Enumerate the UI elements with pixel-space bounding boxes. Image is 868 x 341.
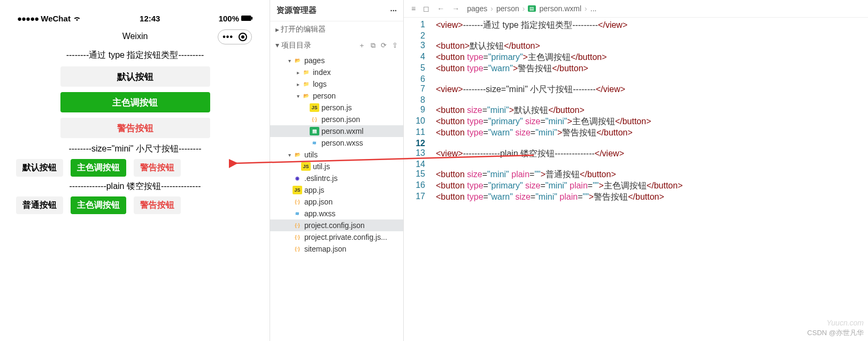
breadcrumb-segment[interactable]: pages — [467, 4, 487, 13]
tree-node-label: person — [313, 92, 336, 100]
editor-panel: ≡ ◻ ← → pages›person›▤person.wxml›... 1<… — [404, 0, 868, 341]
collapse-icon[interactable]: ⇧ — [392, 41, 398, 49]
tree-node[interactable]: {·}app.json — [270, 196, 403, 208]
new-folder-icon[interactable]: ⧉ — [371, 41, 375, 49]
capsule-menu[interactable]: ••• — [218, 29, 252, 44]
tree-node[interactable]: JSapp.js — [270, 184, 403, 196]
tree-node[interactable]: ▾📂person — [270, 90, 403, 102]
tree-node-label: index — [313, 68, 331, 77]
project-root-section[interactable]: ▾ 项目目录 ＋ ⧉ ⟳ ⇧ — [270, 37, 403, 54]
code-line[interactable]: 3<button>默认按钮</button> — [404, 41, 868, 52]
code-line[interactable]: 14 — [404, 160, 868, 169]
line-number: 11 — [404, 127, 436, 139]
code-area[interactable]: 1<view>-------通过 type 指定按钮类型---------</v… — [404, 18, 868, 341]
code-line[interactable]: 10<button type="primary" size="mini">主色调… — [404, 116, 868, 127]
code-line[interactable]: 12 — [404, 139, 868, 148]
wxss-icon: ≋ — [310, 139, 319, 147]
tree-node-label: app.js — [304, 186, 324, 194]
close-ring-icon[interactable] — [239, 33, 247, 41]
new-file-icon[interactable]: ＋ — [358, 41, 365, 49]
tree-node[interactable]: ▸📁index — [270, 66, 403, 78]
folder-open-icon: 📂 — [293, 150, 302, 159]
nav-back-icon[interactable]: ← — [437, 4, 444, 13]
code-line[interactable]: 16<button type="primary" size="mini" pla… — [404, 180, 868, 192]
tree-node-label: utils — [304, 150, 318, 159]
code-line[interactable]: 17<button type="warn" size="mini" plain=… — [404, 192, 868, 203]
file-tree: ▾📂pages▸📁index▸📁logs▾📂personJSperson.js{… — [270, 54, 403, 256]
code-line[interactable]: 6 — [404, 74, 868, 84]
code-line[interactable]: 2 — [404, 31, 868, 41]
mini-warn-button[interactable]: 警告按钮 — [134, 159, 181, 177]
tree-node[interactable]: ▾📂pages — [270, 55, 403, 66]
tree-node-label: person.json — [321, 115, 360, 124]
code-line[interactable]: 1<view>-------通过 type 指定按钮类型---------</v… — [404, 20, 868, 31]
tree-node[interactable]: ▤person.wxml — [270, 125, 403, 137]
chevron-icon: ▸ — [295, 81, 301, 87]
code-text — [436, 31, 438, 41]
tree-node[interactable]: ≋app.wxss — [270, 208, 403, 219]
chevron-icon: ▸ — [295, 70, 301, 75]
line-number: 15 — [404, 169, 436, 180]
tree-node[interactable]: JSutil.js — [270, 161, 403, 172]
code-line[interactable]: 5<button type="warn">警告按钮</button> — [404, 63, 868, 74]
svg-rect-1 — [251, 17, 253, 19]
line-number: 13 — [404, 148, 436, 160]
more-icon[interactable]: ••• — [222, 32, 233, 42]
line-number: 9 — [404, 105, 436, 116]
warn-button[interactable]: 警告按钮 — [60, 118, 210, 138]
code-line[interactable]: 9<button size="mini">默认按钮</button> — [404, 105, 868, 116]
plain-warn-button[interactable]: 警告按钮 — [134, 196, 181, 214]
plain-default-button[interactable]: 普通按钮 — [16, 196, 63, 214]
line-number: 16 — [404, 180, 436, 192]
battery-label: 100% — [219, 14, 239, 23]
breadcrumb[interactable]: pages›person›▤person.wxml›... — [467, 4, 596, 13]
tree-node[interactable]: ▾📂utils — [270, 149, 403, 161]
code-line[interactable]: 4<button type="primary">主色调按钮</button> — [404, 52, 868, 63]
tree-node-label: person.js — [321, 103, 352, 112]
code-text: <button>默认按钮</button> — [436, 41, 540, 52]
tree-node[interactable]: ≋person.wxss — [270, 137, 403, 149]
breadcrumb-segment[interactable]: person — [496, 4, 519, 13]
bookmark-icon[interactable]: ◻ — [423, 4, 429, 13]
tree-node[interactable]: {·}sitemap.json — [270, 243, 403, 255]
mini-primary-button[interactable]: 主色调按钮 — [71, 159, 126, 177]
eslint-icon: ◉ — [293, 174, 302, 183]
tree-node-label: pages — [304, 56, 325, 65]
line-number: 12 — [404, 139, 436, 148]
tree-node[interactable]: ◉.eslintrc.js — [270, 172, 403, 184]
tree-node[interactable]: ▸📁logs — [270, 78, 403, 90]
mini-default-button[interactable]: 默认按钮 — [16, 159, 63, 177]
tree-node[interactable]: {·}project.config.json — [270, 219, 403, 231]
explorer-title: 资源管理器 — [276, 5, 317, 16]
breadcrumb-segment[interactable]: person.wxml — [539, 4, 581, 13]
tree-node-label: .eslintrc.js — [304, 174, 337, 183]
refresh-icon[interactable]: ⟳ — [381, 41, 387, 49]
tree-node-label: app.json — [304, 198, 333, 206]
wifi-icon — [73, 14, 81, 23]
json-icon: {·} — [293, 198, 302, 206]
chevron-icon: ▾ — [295, 93, 301, 99]
default-button[interactable]: 默认按钮 — [60, 66, 210, 87]
explorer-panel: 资源管理器 ··· ▸ 打开的编辑器 ▾ 项目目录 ＋ ⧉ ⟳ ⇧ ▾📂page… — [270, 0, 404, 341]
folder-open-icon: 📂 — [301, 92, 311, 100]
nav-forward-icon[interactable]: → — [452, 4, 459, 13]
breadcrumb-segment[interactable]: ... — [590, 4, 597, 13]
open-editors-section[interactable]: ▸ 打开的编辑器 — [270, 21, 403, 37]
line-number: 5 — [404, 63, 436, 74]
tree-node[interactable]: {·}person.json — [270, 113, 403, 125]
code-line[interactable]: 13<view>-------------plain 镂空按钮---------… — [404, 148, 868, 160]
code-text: <button size="mini">默认按钮</button> — [436, 105, 585, 116]
code-line[interactable]: 8 — [404, 95, 868, 105]
status-bar: ●●●●● WeChat 12:43 100% — [11, 11, 259, 26]
code-line[interactable]: 7<view>--------size="mini" 小尺寸按钮--------… — [404, 84, 868, 95]
plain-primary-button[interactable]: 主色调按钮 — [71, 196, 126, 214]
code-text: <button type="primary" size="mini" plain… — [436, 180, 682, 192]
code-text: <button type="warn" size="mini">警告按钮</bu… — [436, 127, 633, 139]
code-line[interactable]: 15<button size="mini" plain="">普通按钮</but… — [404, 169, 868, 180]
more-icon[interactable]: ··· — [390, 6, 397, 15]
tree-node[interactable]: {·}project.private.config.js... — [270, 231, 403, 243]
list-icon[interactable]: ≡ — [411, 4, 416, 13]
tree-node[interactable]: JSperson.js — [270, 102, 403, 113]
code-line[interactable]: 11<button type="warn" size="mini">警告按钮</… — [404, 127, 868, 139]
primary-button[interactable]: 主色调按钮 — [60, 92, 210, 112]
